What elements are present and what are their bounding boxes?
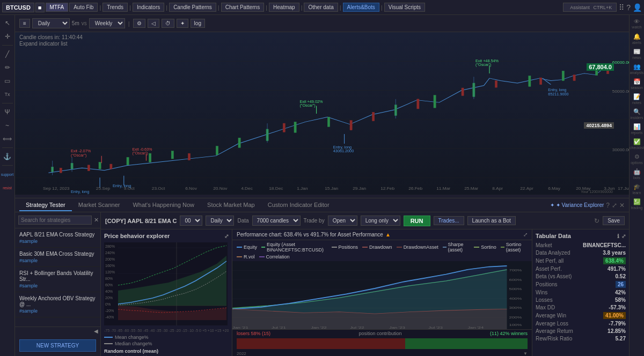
launch-bot-btn[interactable]: Launch as a Bot [467,216,516,225]
alerts-bots-btn[interactable]: Alerts&Bots [343,3,379,12]
search-clear-btn[interactable]: ✕ [94,217,99,224]
period-select-st[interactable]: Daily [206,216,234,226]
sidebar-trading[interactable]: 💹 trading [631,197,643,210]
tab-strategy-tester[interactable]: Strategy Tester [19,199,72,211]
tab-stock-market-map[interactable]: Stock Market Map [201,199,261,211]
sidebar-options[interactable]: ⚙ options [631,152,643,165]
help-icon[interactable]: ? [626,3,631,12]
chart-type-btn[interactable]: ■ [35,3,45,12]
strategy-item-1[interactable]: AAPL 8/21 EMA Cross Strategy #sample [15,228,100,248]
heatmap-btn[interactable]: Heatmap [269,3,299,12]
expand-indicator-btn[interactable]: Expand indicator list [19,41,68,47]
tab-market-scanner[interactable]: Market Scanner [72,199,127,211]
clock-btn[interactable]: ⏱ [162,19,174,28]
sidebar-analysts[interactable]: 👥 analysts [631,62,643,75]
pen-tool[interactable]: ✏ [2,62,13,73]
svg-rect-30 [417,99,419,109]
sidebar-bots[interactable]: 🤖 bots [631,167,643,180]
interval-icon-btn[interactable]: ≡ [19,19,30,28]
svg-text:Exit +49.02%: Exit +49.02% [299,100,323,103]
strategy-item-3[interactable]: RSI + Bollinger Bands Volatility Str... … [15,267,100,292]
tab-info-icon[interactable]: ℹ [617,233,619,239]
candle-patterns-btn[interactable]: Candle Patterns [169,3,216,12]
sidebar-alerts[interactable]: 🔔 alerts [631,32,643,45]
strategy-tag-3: #sample [19,283,96,288]
collapse-btn[interactable]: ◀ [15,327,100,335]
trade-select[interactable]: Open [328,216,357,226]
auto-fib-btn[interactable]: Auto Fib [69,3,98,12]
settings-btn[interactable]: ⚙ [133,19,145,28]
svg-rect-29 [372,112,375,121]
sidebar-insiders[interactable]: 🔍 insiders [631,107,643,120]
crosshair-tool[interactable]: ✛ [2,31,13,42]
trend-line-tool[interactable]: ╱ [2,48,13,60]
strategy-item-2[interactable]: Basic 30M EMA Cross Strategy #sample [15,248,100,267]
trades-btn[interactable]: Trades... [434,216,464,225]
svg-text:20%: 20% [105,296,113,300]
search-input[interactable] [18,216,92,225]
fibonacci-tool[interactable]: Ψ [2,106,13,118]
visual-scripts-btn[interactable]: Visual Scripts [384,3,425,12]
other-data-btn[interactable]: Other data [304,3,338,12]
data-label: Data [237,218,248,224]
svg-text:Jan '23: Jan '23 [389,326,405,329]
new-strategy-btn[interactable]: NEW STRATEGY [19,339,96,352]
tab-custom-indicator[interactable]: Custom Indicator Editor [261,199,336,211]
candles-select[interactable]: 00 [180,216,202,226]
assistant-btn[interactable]: Assistant CTRL+K [563,3,617,12]
period-select[interactable]: DailyWeeklyMonthly [32,18,70,28]
wand-btn[interactable]: ✦ [177,19,188,28]
user-icon[interactable]: 👤 [633,3,642,12]
divider4 [2,165,13,166]
divider2 [2,103,13,103]
chart-patterns-btn[interactable]: Chart Patterns [221,3,264,12]
tab-controls: ℹ ⤢ [617,233,626,239]
svg-text:25.Mar: 25.Mar [464,186,478,190]
sidebar-reports[interactable]: 📊 reports [631,122,643,135]
close-icon-bottom[interactable]: ✕ [619,202,625,209]
period3-select[interactable]: WeeklyDaily [89,18,125,28]
variance-explorer-btn[interactable]: ✦ ✦ Variance Explorer [550,202,604,208]
refresh-icon[interactable]: ↻ [594,217,599,225]
measure-tool[interactable]: ⟺ [2,133,13,145]
vs-label: vs [82,20,87,26]
strategy-tag-2: #sample [19,258,96,263]
anchor-tool[interactable]: ⚓ [2,151,13,162]
help-icon-bottom[interactable]: ? [606,202,610,209]
tab-whats-happening[interactable]: What's Happening Now [126,199,201,211]
sidebar-notes[interactable]: 📝 notes [631,92,643,105]
sidebar-season[interactable]: 📅 season [631,77,643,90]
wave-tool[interactable]: ~ [2,120,13,131]
cursor-tool[interactable]: ↖ [2,17,13,29]
perf-bottom: losers 58% (15) position contribution (1… [232,329,532,356]
price-label-main: 67,804.0 [587,63,614,71]
direction-select[interactable]: Long only [361,216,400,226]
mtfa-btn[interactable]: MTFA [46,3,69,12]
tab-expand-icon[interactable]: ⤢ [621,233,626,239]
legend-drawdown: Drawdown [362,244,392,250]
rect-tool[interactable]: ▭ [2,75,13,87]
perf-expand-btn[interactable]: ⤢ [523,232,528,238]
trends-btn[interactable]: Trends [103,3,128,12]
log-btn[interactable]: log [191,19,205,28]
expand-icon-bottom[interactable]: ⤢ [612,202,617,209]
strategy-item-4[interactable]: Weekly Anchored OBV Strategy @ ... #samp… [15,292,100,317]
pbe-expand-icon[interactable]: ⤢ [224,233,229,239]
indicators-btn[interactable]: Indicators [133,3,164,12]
run-btn[interactable]: RUN [404,216,430,226]
data-select[interactable]: 7000 candles [252,216,301,226]
symbol-label[interactable]: BTCUSD [2,3,34,12]
grid-icon[interactable]: ⠿ [619,3,624,12]
legend-sortino-asset: Sortino (asset) [501,242,528,253]
sidebar-news[interactable]: 📰 news [631,47,643,60]
svg-text:280%: 280% [105,244,115,248]
sidebar-checklist[interactable]: ✅ checklist [631,137,643,150]
sidebar-learn[interactable]: 🎓 learn [631,182,643,195]
position-bar [237,338,528,349]
sidebar-watch[interactable]: 👁 watch [631,17,643,30]
save-btn[interactable]: Save [603,216,625,225]
correlation-line [259,256,265,257]
text-tool[interactable]: Tx [2,88,13,100]
divider3 [2,147,13,148]
replay-btn[interactable]: ◁ [148,19,159,28]
